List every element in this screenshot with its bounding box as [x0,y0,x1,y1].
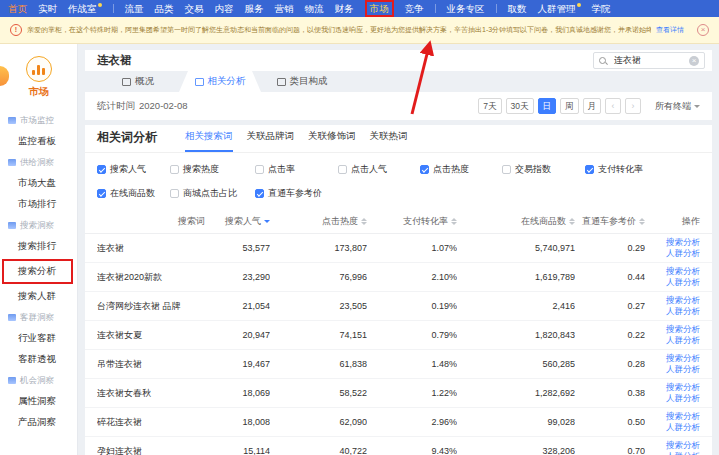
search-analysis-link[interactable]: 搜索分析 [666,295,700,306]
sidebar-item[interactable]: 搜索分析 [2,259,73,284]
search-input[interactable] [612,55,685,67]
search-analysis-link[interactable]: 搜索分析 [666,353,700,364]
sidebar-item[interactable]: 搜索人群 [0,286,77,307]
period-button[interactable]: 7天 [478,98,501,114]
metric-checkbox[interactable]: 点击热度 [420,163,502,176]
nav-item[interactable]: 市场 [365,0,394,17]
analysis-tab[interactable]: 关联品牌词 [247,130,295,152]
nav-item[interactable]: 竞争 [405,0,424,17]
metric-checkbox[interactable]: 在线商品数 [97,187,170,200]
search-analysis-link[interactable]: 搜索分析 [666,440,700,451]
search-analysis-link[interactable]: 搜索分析 [666,266,700,277]
search-analysis-link[interactable]: 搜索分析 [666,324,700,335]
crowd-analysis-link[interactable]: 人群分析 [666,451,700,455]
terminal-select[interactable]: 所有终端 [655,100,700,113]
nav-item[interactable]: 交易 [185,0,204,17]
nav-item[interactable]: 首页 [8,0,27,17]
sidebar-item[interactable]: 供给洞察 [0,152,77,173]
analysis-tab[interactable]: 关联热词 [370,130,408,152]
nav-item[interactable]: 取数 [508,0,527,17]
period-button[interactable]: 30天 [506,98,534,114]
online-items-cell: 1,820,843 [457,330,575,340]
click-heat-cell: 62,090 [270,417,367,427]
close-icon[interactable]: × [697,24,709,36]
crowd-analysis-link[interactable]: 人群分析 [666,364,700,375]
analysis-tab[interactable]: 关联修饰词 [308,130,356,152]
crowd-analysis-link[interactable]: 人群分析 [666,248,700,259]
sidebar-item[interactable]: 搜索洞察 [0,215,77,236]
nav-item[interactable]: 业务专区 [447,0,485,17]
nav-item[interactable]: 内容 [215,0,234,17]
nav-item-label: 取数 [508,0,527,17]
search-word-cell: 台湾网纱连衣裙 品牌 [97,300,205,313]
nav-item[interactable]: 学院 [592,0,611,17]
crowd-analysis-link[interactable]: 人群分析 [666,393,700,404]
sidebar-item[interactable]: 属性洞察 [0,391,77,412]
page-tab[interactable]: 概况 [97,71,179,92]
nav-item[interactable]: 营销 [275,0,294,17]
metric-checkbox[interactable]: 搜索人气 [97,163,170,176]
period-button[interactable]: 日 [538,98,557,114]
nav-item[interactable]: 品类 [155,0,174,17]
sidebar-item[interactable]: 行业客群 [0,328,77,349]
nav-item[interactable]: 实时 [38,0,57,17]
metric-checkbox[interactable]: 搜索热度 [170,163,255,176]
metric-checkbox[interactable]: 直通车参考价 [255,187,338,200]
column-header[interactable]: 支付转化率 [367,215,457,228]
sidebar-item[interactable]: 机会洞察 [0,370,77,391]
nav-item[interactable]: 财务 [335,0,354,17]
metric-checkbox[interactable]: 点击人气 [338,163,420,176]
period-button[interactable]: 周 [560,98,579,114]
nav-item[interactable]: 服务 [245,0,264,17]
column-header[interactable]: 操作 [645,215,700,228]
search-analysis-link[interactable]: 搜索分析 [666,411,700,422]
analysis-tab[interactable]: 相关搜索词 [185,130,233,152]
prev-date-button[interactable]: ‹ [605,98,621,114]
metric-checkbox[interactable]: 商城点击占比 [170,187,255,200]
clear-icon[interactable]: × [689,56,699,66]
column-header[interactable]: 直通车参考价 [575,215,645,228]
column-header[interactable]: 在线商品数 [457,215,575,228]
metric-checkbox[interactable]: 交易指数 [502,163,585,176]
nav-item[interactable]: 人群管理 [538,0,581,17]
next-date-button[interactable]: › [625,98,641,114]
notice-detail-link[interactable]: 查看详情 [656,25,684,35]
sidebar-item[interactable]: 客群洞察 [0,307,77,328]
column-header-label: 操作 [682,215,700,228]
crowd-analysis-link[interactable]: 人群分析 [666,335,700,346]
nav-item-label: 业务专区 [447,0,485,17]
sidebar-item-label: 客群透视 [18,353,56,366]
sidebar-item-label: 搜索分析 [18,265,56,278]
column-header[interactable]: 点击热度 [270,215,367,228]
sidebar-item[interactable]: 监控看板 [0,131,77,152]
nav-item[interactable]: 物流 [305,0,324,17]
metric-checkbox[interactable]: 点击率 [255,163,338,176]
period-button[interactable]: 月 [583,98,602,114]
nav-item[interactable]: 流量 [125,0,144,17]
page-tab[interactable]: 相关分析 [179,71,261,92]
crowd-analysis-link[interactable]: 人群分析 [666,422,700,433]
search-analysis-link[interactable]: 搜索分析 [666,382,700,393]
page-tab[interactable]: 类目构成 [261,71,343,92]
sidebar-item-label: 产品洞察 [18,416,56,429]
nav-item[interactable]: 作战室 [68,0,102,17]
column-header-label: 点击热度 [322,215,358,228]
search-analysis-link[interactable]: 搜索分析 [666,237,700,248]
column-header[interactable]: 搜索词 [97,215,205,228]
crowd-analysis-link[interactable]: 人群分析 [666,277,700,288]
search-popularity-cell: 23,290 [205,272,270,282]
related-words-card: 相关词分析 相关搜索词关联品牌词关联修饰词关联热词 搜索人气 搜索热度 [85,125,712,455]
sidebar-item[interactable]: 客群透视 [0,349,77,370]
crowd-analysis-link[interactable]: 人群分析 [666,306,700,317]
search-popularity-cell: 15,114 [205,446,270,455]
search-word-cell: 连衣裙2020新款 [97,271,205,284]
sidebar-item[interactable]: 市场大盘 [0,173,77,194]
nav-divider [496,4,497,13]
sidebar-item[interactable]: 搜索排行 [0,236,77,257]
sidebar-item[interactable]: 产品洞察 [0,412,77,433]
metric-checkbox[interactable]: 支付转化率 [585,163,712,176]
sidebar-item-label: 市场监控 [20,115,54,127]
sidebar-item[interactable]: 市场排行 [0,194,77,215]
sidebar-item[interactable]: 市场监控 [0,110,77,131]
column-header[interactable]: 搜索人气 [205,215,270,228]
